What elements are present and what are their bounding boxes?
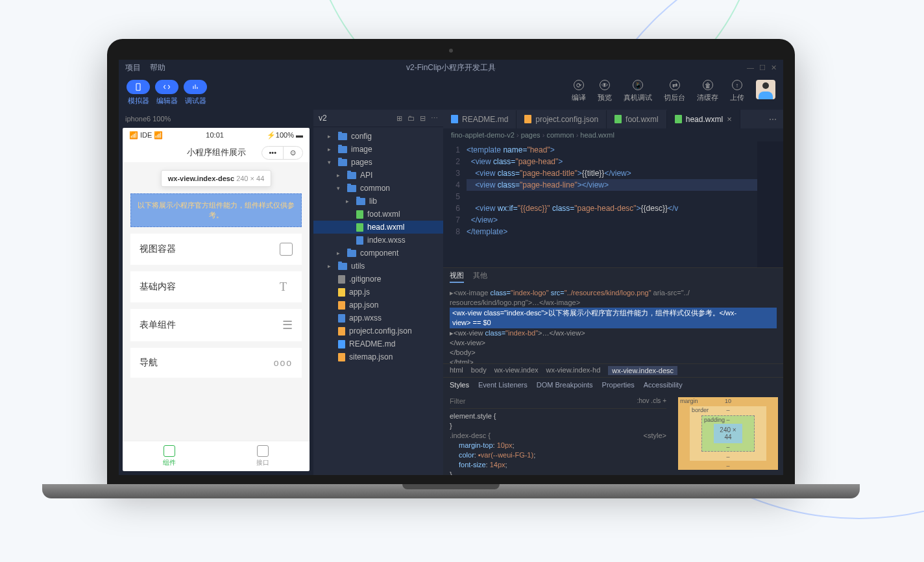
- tab-projconfig[interactable]: project.config.json: [517, 110, 607, 128]
- container-icon: [280, 243, 293, 256]
- tree-more-icon[interactable]: ⋯: [431, 114, 438, 123]
- list-item[interactable]: 基础内容T: [130, 271, 302, 302]
- folder-icon: [347, 172, 356, 179]
- styles-tab[interactable]: Event Listeners: [478, 381, 528, 389]
- code-content[interactable]: <template name="head"> <view class="page…: [467, 141, 757, 267]
- styles-tab[interactable]: DOM Breakpoints: [537, 381, 593, 389]
- crumb-item[interactable]: body: [471, 366, 487, 375]
- status-left: 📶 IDE 📶: [129, 131, 163, 140]
- dom-breadcrumb: html body wx-view.index wx-view.index-hd…: [443, 363, 783, 377]
- devtools-tab-other[interactable]: 其他: [473, 271, 487, 283]
- tree-folder[interactable]: ▾common: [313, 182, 443, 195]
- json-icon: [338, 327, 345, 336]
- styles-tab[interactable]: Styles: [450, 381, 469, 389]
- list-item[interactable]: 表单组件☰: [130, 309, 302, 341]
- selected-element[interactable]: 以下将展示小程序官方组件能力，组件样式仅供参考。: [130, 193, 302, 227]
- md-icon: [451, 115, 458, 123]
- tabbar-api[interactable]: 接口: [216, 441, 310, 471]
- hov-cls-buttons[interactable]: :hov .cls +: [637, 396, 666, 406]
- avatar[interactable]: [756, 80, 775, 99]
- line-gutter: 12345678: [443, 141, 467, 267]
- crumb-item[interactable]: wx-view.index-hd: [546, 366, 601, 375]
- capsule-menu[interactable]: •••: [262, 147, 284, 159]
- close-icon[interactable]: ✕: [771, 64, 777, 72]
- simulator-label: 模拟器: [128, 96, 149, 106]
- tree-folder[interactable]: ▸image: [313, 143, 443, 156]
- tree-file[interactable]: project.config.json: [313, 324, 443, 337]
- tab-foot[interactable]: foot.wxml: [607, 110, 667, 128]
- tree-folder[interactable]: ▾pages: [313, 156, 443, 169]
- minimize-icon[interactable]: —: [747, 64, 754, 72]
- breadcrumb: fino-applet-demo-v2pagescommonhead.wxml: [443, 128, 783, 141]
- tab-readme[interactable]: README.md: [443, 110, 517, 128]
- menu-icon: ☰: [282, 318, 293, 332]
- box-model: margin 10 border – padding – 240 × 44 – …: [673, 392, 783, 475]
- toolbar: 模拟器 编辑器 调试器 ⟳编译 👁预览 📱真机调试 ⇄切后台 🗑清缓存 ↑上传: [119, 76, 783, 110]
- list-item[interactable]: 视图容器: [130, 234, 302, 265]
- tree-file[interactable]: app.json: [313, 299, 443, 312]
- json-icon: [524, 115, 531, 123]
- menu-help[interactable]: 帮助: [150, 62, 165, 73]
- minimap[interactable]: [757, 141, 783, 267]
- list-item[interactable]: 导航ooo: [130, 348, 302, 378]
- dom-tree[interactable]: ▸<wx-image class="index-logo" src="../re…: [443, 286, 783, 363]
- tree-file[interactable]: .gitignore: [313, 273, 443, 286]
- new-folder-icon[interactable]: 🗀: [407, 114, 415, 123]
- file-explorer: v2 ⊞ 🗀 ⊟ ⋯ ▸config ▸image ▾pages ▸API ▾c…: [313, 110, 443, 475]
- capsule-close[interactable]: ⊙: [284, 147, 302, 159]
- text-icon: T: [280, 280, 293, 293]
- tree-folder[interactable]: ▸component: [313, 247, 443, 260]
- styles-tab[interactable]: Properties: [602, 381, 635, 389]
- tree-file[interactable]: app.js: [313, 286, 443, 299]
- tab-bar: README.md project.config.json foot.wxml …: [443, 110, 783, 128]
- tree-file[interactable]: head.wxml: [313, 221, 443, 234]
- tabbar-component[interactable]: 组件: [123, 441, 216, 471]
- crumb-item[interactable]: html: [450, 366, 463, 375]
- tree-file[interactable]: index.wxss: [313, 234, 443, 247]
- editor-button[interactable]: [155, 80, 178, 94]
- devtools-tab-view[interactable]: 视图: [450, 271, 464, 283]
- compile-button[interactable]: ⟳编译: [572, 80, 586, 103]
- wxml-icon: [675, 115, 682, 123]
- folder-icon: [338, 146, 347, 153]
- close-tab-icon[interactable]: ×: [727, 114, 732, 124]
- tree-folder[interactable]: ▸API: [313, 169, 443, 182]
- status-right: ⚡100% ▬: [267, 131, 303, 140]
- tree-folder[interactable]: ▸utils: [313, 260, 443, 273]
- json-icon: [338, 353, 345, 361]
- folder-icon: [356, 198, 365, 205]
- clear-cache-button[interactable]: 🗑清缓存: [697, 80, 718, 103]
- menu-project[interactable]: 项目: [125, 62, 141, 73]
- titlebar: 项目 帮助 v2-FinClip小程序开发工具 — ☐ ✕: [119, 60, 783, 76]
- new-file-icon[interactable]: ⊞: [396, 114, 402, 123]
- crumb-item[interactable]: wx-view.index: [494, 366, 539, 375]
- tree-file[interactable]: app.wxss: [313, 312, 443, 324]
- collapse-icon[interactable]: ⊟: [420, 114, 426, 123]
- tree-folder[interactable]: ▸config: [313, 130, 443, 143]
- wxss-icon: [356, 236, 363, 245]
- tree-file[interactable]: sitemap.json: [313, 350, 443, 363]
- styles-filter-input[interactable]: [450, 397, 637, 405]
- tree-folder[interactable]: ▸lib: [313, 195, 443, 208]
- preview-button[interactable]: 👁预览: [598, 80, 612, 103]
- debugger-button[interactable]: [184, 80, 207, 94]
- styles-rules[interactable]: :hov .cls + element.style { } .index-des…: [443, 392, 673, 475]
- background-button[interactable]: ⇄切后台: [664, 80, 685, 103]
- remote-debug-button[interactable]: 📱真机调试: [624, 80, 652, 103]
- more-icon: ooo: [274, 358, 293, 368]
- styles-tab[interactable]: Accessibility: [644, 381, 683, 389]
- upload-button[interactable]: ↑上传: [730, 80, 744, 103]
- maximize-icon[interactable]: ☐: [759, 64, 766, 72]
- tabs-more-icon[interactable]: ⋯: [762, 115, 783, 124]
- app-title: 小程序组件展示: [187, 147, 246, 158]
- tab-head[interactable]: head.wxml×: [667, 110, 740, 128]
- simulator-button[interactable]: [127, 80, 150, 94]
- crumb-item[interactable]: wx-view.index-desc: [608, 366, 677, 375]
- tree-file[interactable]: README.md: [313, 337, 443, 350]
- status-time: 10:01: [206, 131, 224, 140]
- folder-icon: [347, 250, 356, 257]
- tree-file[interactable]: foot.wxml: [313, 208, 443, 221]
- simulator-info: iphone6 100%: [123, 114, 310, 128]
- code-editor[interactable]: 12345678 <template name="head"> <view cl…: [443, 141, 783, 267]
- folder-icon: [338, 263, 347, 270]
